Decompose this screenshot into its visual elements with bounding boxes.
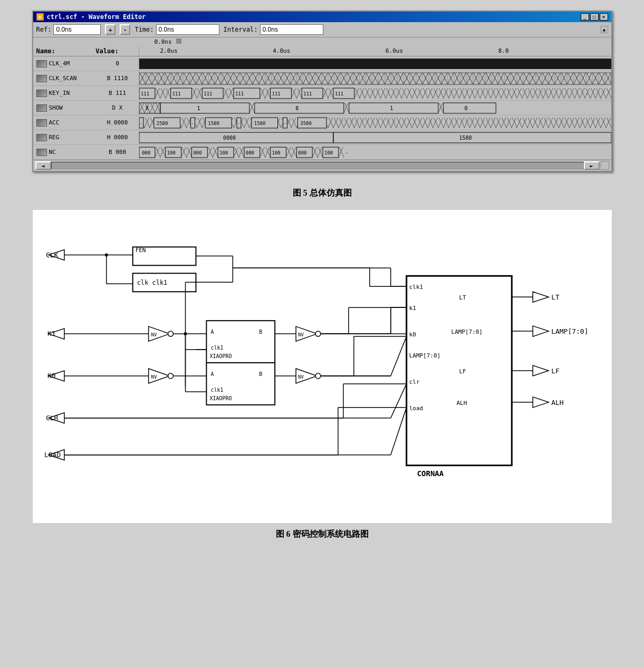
lamp-output-arrow <box>533 326 549 336</box>
signal-row-reg: REG H 0000 0000 1580 <box>33 130 611 145</box>
svg-text:111: 111 <box>204 91 212 96</box>
interval-input[interactable] <box>260 24 323 35</box>
svg-rect-12 <box>191 88 202 99</box>
cornaa-lf-port: LF <box>459 368 466 375</box>
timeline-4us: 4.0us <box>273 47 386 55</box>
svg-rect-48 <box>143 118 153 128</box>
signal-wave-acc: - 2580 - 1580 - 1580 <box>139 116 611 130</box>
maximize-btn[interactable]: □ <box>590 13 599 21</box>
svg-rect-66 <box>287 118 297 128</box>
signal-row-keyin: KEY_IN B 111 111 111 <box>33 86 611 101</box>
cursor-time-area: 0.0ns <box>33 37 611 46</box>
clr-label: CLR <box>45 414 58 422</box>
scroll-right-btn[interactable]: ► <box>584 161 600 170</box>
svg-rect-81 <box>181 147 191 158</box>
alh-output-arrow <box>533 397 549 408</box>
svg-text:111: 111 <box>140 91 149 96</box>
horizontal-scrollbar[interactable] <box>51 162 584 169</box>
signal-name-show: SHOW <box>49 104 63 111</box>
timeline-6us: 6.0us <box>386 47 498 55</box>
k0-to-cornaa <box>390 336 406 376</box>
svg-rect-9 <box>155 88 170 99</box>
svg-text:1580: 1580 <box>254 120 265 125</box>
xiaopro2-b: B <box>259 371 262 377</box>
title-bar: ⊞ ctrl.scf - Waveform Editor _ □ × <box>33 12 611 22</box>
svg-rect-21 <box>291 88 302 99</box>
lamp-output-label: LAMP[7:0] <box>551 327 588 335</box>
cornaa-lamp-port: LAMP[7:0] <box>409 352 440 359</box>
timeline-2us: 2.0us <box>139 47 273 55</box>
svg-text:111: 111 <box>272 91 280 96</box>
svg-text:-: - <box>345 150 348 155</box>
waveform-window: ⊞ ctrl.scf - Waveform Editor _ □ × Ref: … <box>32 11 612 172</box>
lf-output-arrow <box>533 365 549 376</box>
signal-value-clkscan: B 1110 <box>97 75 139 82</box>
cornaa-clr-port: clr <box>409 379 419 385</box>
window-icon: ⊞ <box>36 13 44 21</box>
svg-rect-36 <box>254 103 343 113</box>
svg-rect-18 <box>259 88 270 99</box>
caption1: 图 5 总体仿真图 <box>293 188 352 199</box>
signal-icon-acc <box>36 119 47 127</box>
time-input[interactable] <box>156 24 219 35</box>
svg-rect-69 <box>326 118 611 128</box>
signal-icon-keyin <box>36 90 47 97</box>
schematic-container: CLK FEN clk clk1 K1 NV <box>32 209 612 524</box>
nv4-label: NV <box>298 374 304 380</box>
xiaopro2-name: XIAOPRO <box>209 395 232 401</box>
minimize-btn[interactable]: _ <box>581 13 589 21</box>
cursor-time: 0.0ns <box>155 38 172 45</box>
k0-label: K0 <box>47 372 55 380</box>
nv1-label: NV <box>151 332 157 337</box>
signal-row-clkscan: CLK_SCAN B 1110 <box>33 71 611 86</box>
svg-text:0000: 0000 <box>223 134 236 140</box>
svg-text:000: 000 <box>141 150 150 155</box>
svg-rect-41 <box>438 103 443 113</box>
signal-row-acc: ACC H 0000 - 2580 <box>33 115 611 130</box>
svg-rect-93 <box>286 147 296 158</box>
load-label: LOAD <box>44 451 60 459</box>
cornaa-load-port: load <box>409 405 422 412</box>
signal-wave-keyin: 111 111 111 111 111 111 <box>139 86 611 100</box>
ref-input[interactable] <box>53 24 101 35</box>
cornaa-alh-port: ALH <box>456 400 467 407</box>
signal-icon-reg <box>36 134 47 141</box>
signal-wave-show: X 1 8 1 0 <box>139 101 611 115</box>
fen-label: FEN <box>135 247 146 254</box>
window-controls[interactable]: _ □ × <box>581 13 608 21</box>
scroll-left-btn[interactable]: ◄ <box>35 161 51 170</box>
svg-text:-: - <box>191 121 194 125</box>
svg-text:-: - <box>237 121 239 125</box>
xiaopro1-clk1: clk1 <box>210 345 223 351</box>
close-btn[interactable]: × <box>600 13 608 21</box>
signal-value-reg: H 0000 <box>97 134 139 141</box>
signal-value-show: D X <box>97 104 139 111</box>
minus-btn[interactable]: - <box>120 24 130 35</box>
svg-text:100: 100 <box>167 150 175 155</box>
corner-box <box>601 161 609 170</box>
svg-text:8: 8 <box>295 105 299 111</box>
svg-text:100: 100 <box>272 150 280 155</box>
svg-text:-: - <box>585 91 588 96</box>
signal-icon-nc <box>36 149 47 156</box>
svg-text:1: 1 <box>390 105 393 111</box>
xiaopro1-name: XIAOPRO <box>209 353 232 359</box>
signal-wave-clk4m <box>139 57 611 71</box>
plus-btn[interactable]: + <box>105 24 116 35</box>
svg-rect-0 <box>139 59 611 69</box>
cornaa-k0-port: k0 <box>409 331 416 338</box>
nv1-bubble <box>168 331 173 336</box>
signal-wave-reg: 0000 1580 <box>139 131 611 144</box>
svg-text:-: - <box>139 121 142 125</box>
svg-text:0: 0 <box>464 105 467 111</box>
svg-text:100: 100 <box>219 150 228 155</box>
svg-text:000: 000 <box>245 150 254 155</box>
scroll-up-btn[interactable]: ▲ <box>601 26 608 33</box>
xiaopro2-clk1: clk1 <box>210 387 223 393</box>
svg-text:111: 111 <box>172 91 180 96</box>
nv3-bubble <box>315 331 321 336</box>
svg-text:111: 111 <box>303 91 312 96</box>
svg-rect-42 <box>443 103 495 113</box>
svg-rect-99 <box>338 147 343 158</box>
svg-text:100: 100 <box>324 150 333 155</box>
